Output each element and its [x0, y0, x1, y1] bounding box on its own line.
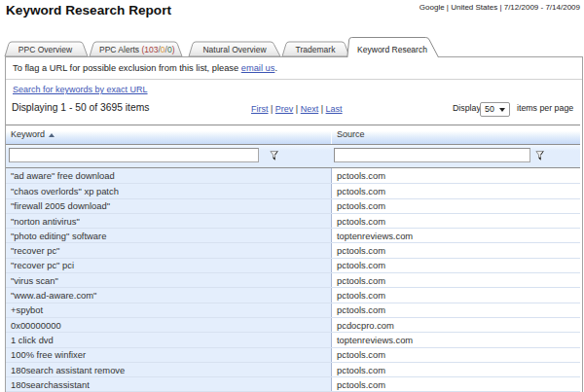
svg-text:Trademark: Trademark: [296, 45, 337, 54]
svg-text:Keyword Research: Keyword Research: [357, 45, 427, 54]
svg-text:PPC Alerts (103/0/0): PPC Alerts (103/0/0): [99, 45, 175, 54]
svg-text:Natural Overview: Natural Overview: [202, 45, 267, 54]
svg-text:PPC Overview: PPC Overview: [18, 45, 73, 54]
